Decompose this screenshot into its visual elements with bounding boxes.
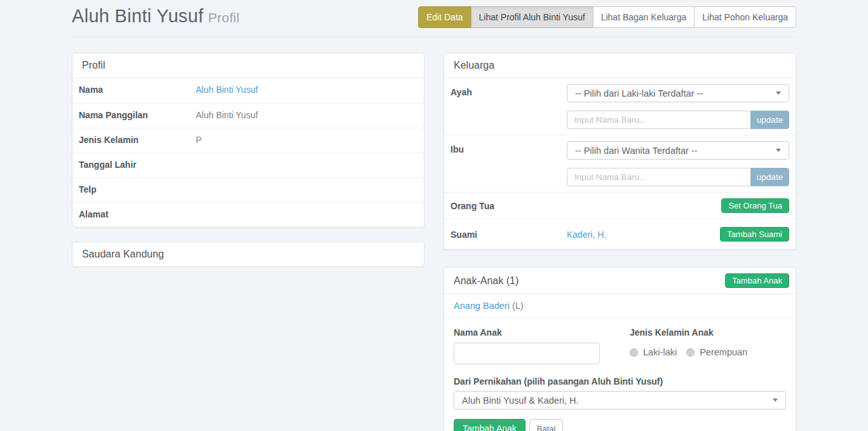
profil-panel-title: Profil bbox=[72, 53, 424, 78]
row-label: Nama bbox=[79, 85, 196, 97]
radio-perempuan-label: Perempuan bbox=[700, 347, 747, 357]
caret-down-icon bbox=[773, 399, 778, 402]
orang-tua-row: Orang Tua Set Orang Tua bbox=[444, 192, 796, 219]
main-container: Aluh Binti YusufProfil Edit Data Lihat P… bbox=[72, 0, 796, 431]
table-row: Telp bbox=[72, 177, 424, 202]
keluarga-panel-title: Keluarga bbox=[444, 53, 796, 78]
table-row: Nama Panggilan Aluh Binti Yusuf bbox=[72, 103, 424, 128]
suami-link[interactable]: Kaderi, H. bbox=[567, 229, 606, 240]
suami-label: Suami bbox=[451, 229, 567, 240]
tambah-anak-button[interactable]: Tambah Anak bbox=[725, 273, 789, 288]
profil-panel: Profil Nama Aluh Binti Yusuf Nama Panggi… bbox=[72, 53, 424, 228]
gender-radio-group: Laki-laki Perempuan bbox=[630, 347, 747, 357]
ibu-input-group: update bbox=[567, 168, 789, 186]
ibu-name-input[interactable] bbox=[567, 168, 750, 186]
anak-anak-title: Anak-Anak (1) bbox=[454, 275, 519, 287]
radio-perempuan[interactable] bbox=[686, 348, 695, 357]
radio-laki-laki-label: Laki-laki bbox=[643, 347, 677, 357]
child-link[interactable]: Anang Baderi bbox=[454, 301, 510, 311]
tambah-suami-button[interactable]: Tambah Suami bbox=[720, 227, 789, 242]
set-orang-tua-button[interactable]: Set Orang Tua bbox=[721, 198, 789, 213]
view-pohon-keluarga-button[interactable]: Lihat Pohon Keluarga bbox=[694, 6, 796, 28]
view-toolbar: Edit Data Lihat Profil Aluh Binti Yusuf … bbox=[418, 6, 796, 28]
keluarga-panel: Keluarga Ayah -- Pilih dari Laki-laki Te… bbox=[444, 53, 796, 250]
ayah-select-value: -- Pilih dari Laki-laki Terdaftar -- bbox=[575, 88, 703, 99]
ibu-select[interactable]: -- Pilih dari Wanita Terdaftar -- bbox=[567, 141, 789, 160]
view-profile-button[interactable]: Lihat Profil Aluh Binti Yusuf bbox=[471, 6, 593, 28]
ibu-select-value: -- Pilih dari Wanita Terdaftar -- bbox=[575, 146, 698, 156]
left-column: Profil Nama Aluh Binti Yusuf Nama Panggi… bbox=[72, 53, 424, 431]
row-value: Aluh Binti Yusuf bbox=[196, 110, 258, 121]
table-row: Alamat bbox=[72, 202, 424, 227]
ibu-update-button[interactable]: update bbox=[750, 168, 789, 186]
person-name: Aluh Binti Yusuf bbox=[72, 6, 203, 26]
saudara-kandung-title: Saudara Kandung bbox=[72, 242, 424, 266]
add-child-form: Nama Anak Jenis Kelamin Anak Laki-laki bbox=[444, 318, 796, 431]
page-subtitle: Profil bbox=[208, 10, 240, 25]
page-header: Aluh Binti YusufProfil Edit Data Lihat P… bbox=[72, 0, 796, 38]
view-bagan-keluarga-button[interactable]: Lihat Bagan Keluarga bbox=[593, 6, 695, 28]
suami-row: Suami Kaderi, H. Tambah Suami bbox=[444, 219, 796, 249]
saudara-kandung-panel: Saudara Kandung bbox=[72, 242, 424, 267]
dari-pernikahan-label: Dari Pernikahan (pilih pasangan Aluh Bin… bbox=[454, 376, 786, 387]
ayah-update-button[interactable]: update bbox=[750, 111, 789, 129]
child-list-item: Anang Baderi(L) bbox=[444, 294, 796, 318]
tambah-anak-submit-button[interactable]: Tambah Anak bbox=[454, 419, 526, 431]
content: Profil Nama Aluh Binti Yusuf Nama Panggi… bbox=[72, 53, 796, 431]
edit-data-button[interactable]: Edit Data bbox=[418, 6, 471, 28]
nama-anak-label: Nama Anak bbox=[454, 327, 630, 338]
ayah-name-input[interactable] bbox=[567, 111, 750, 129]
jenis-kelamin-anak-label: Jenis Kelamin Anak bbox=[630, 327, 747, 338]
row-label: Tanggal Lahir bbox=[79, 160, 196, 171]
caret-down-icon bbox=[776, 92, 781, 95]
ibu-label: Ibu bbox=[451, 141, 567, 186]
radio-laki-laki[interactable] bbox=[630, 348, 638, 357]
anak-anak-heading: Anak-Anak (1) Tambah Anak bbox=[444, 268, 796, 294]
caret-down-icon bbox=[776, 149, 781, 152]
child-gender: (L) bbox=[512, 301, 524, 311]
ibu-row: Ibu -- Pilih dari Wanita Terdaftar -- up… bbox=[444, 135, 796, 192]
right-column: Keluarga Ayah -- Pilih dari Laki-laki Te… bbox=[444, 53, 796, 431]
anak-anak-panel: Anak-Anak (1) Tambah Anak Anang Baderi(L… bbox=[444, 267, 796, 431]
ayah-select[interactable]: -- Pilih dari Laki-laki Terdaftar -- bbox=[567, 84, 789, 102]
row-label: Jenis Kelamin bbox=[79, 135, 196, 146]
table-row: Tanggal Lahir bbox=[72, 153, 424, 177]
form-actions: Tambah Anak Batal bbox=[454, 419, 786, 431]
ayah-input-group: update bbox=[567, 111, 789, 129]
orang-tua-label: Orang Tua bbox=[451, 201, 567, 211]
ayah-label: Ayah bbox=[451, 84, 567, 129]
page-title: Aluh Binti YusufProfil bbox=[72, 3, 240, 31]
nama-link[interactable]: Aluh Binti Yusuf bbox=[196, 85, 258, 97]
table-row: Jenis Kelamin P bbox=[72, 128, 424, 153]
batal-button[interactable]: Batal bbox=[529, 419, 564, 431]
row-label: Alamat bbox=[79, 209, 196, 221]
ayah-row: Ayah -- Pilih dari Laki-laki Terdaftar -… bbox=[444, 78, 796, 135]
nama-anak-input[interactable] bbox=[454, 343, 600, 364]
pernikahan-select-value: Aluh Binti Yusuf & Kaderi, H. bbox=[462, 395, 579, 406]
row-label: Telp bbox=[79, 184, 196, 196]
pernikahan-select[interactable]: Aluh Binti Yusuf & Kaderi, H. bbox=[454, 391, 786, 409]
row-value: P bbox=[196, 135, 201, 146]
table-row: Nama Aluh Binti Yusuf bbox=[72, 78, 424, 103]
row-label: Nama Panggilan bbox=[79, 110, 196, 121]
